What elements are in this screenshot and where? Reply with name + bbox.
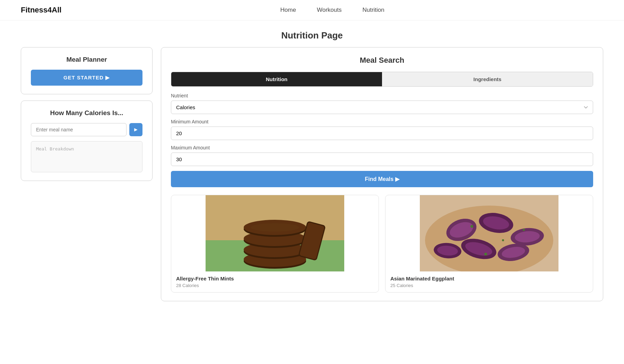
meal-planner-title: Meal Planner — [31, 56, 142, 63]
nutrient-label: Nutrient — [171, 93, 593, 98]
min-amount-label: Minimum Amount — [171, 119, 593, 124]
chocolate-cookies-image — [171, 195, 379, 271]
svg-point-28 — [502, 239, 504, 241]
max-amount-input[interactable] — [171, 153, 593, 166]
main-layout: Meal Planner GET STARTED ▶ How Many Calo… — [0, 47, 624, 315]
tab-nutrition[interactable]: Nutrition — [171, 72, 382, 86]
left-column: Meal Planner GET STARTED ▶ How Many Calo… — [21, 47, 153, 181]
nav-workouts[interactable]: Workouts — [317, 7, 342, 14]
max-amount-label: Maximum Amount — [171, 145, 593, 150]
page-title-wrap: Nutrition Page — [0, 20, 624, 47]
main-nav: Home Workouts Nutrition — [61, 7, 603, 14]
calorie-checker-card: How Many Calories Is... ► Meal Breakdown — [21, 101, 153, 181]
meal-card-1-name: Allergy-Free Thin Mints — [176, 276, 374, 281]
right-column: Meal Search Nutrition Ingredients Nutrie… — [161, 47, 603, 301]
min-amount-input[interactable] — [171, 127, 593, 140]
meal-card-1: Allergy-Free Thin Mints 28 Calories — [171, 195, 379, 293]
meal-card-2-name: Asian Marinated Eggplant — [390, 276, 588, 281]
svg-point-29 — [484, 253, 487, 255]
meal-search-title: Meal Search — [171, 56, 593, 65]
meal-card-2-calories: 25 Calories — [390, 283, 588, 288]
brand-logo: Fitness4All — [21, 6, 61, 15]
nav-home[interactable]: Home — [280, 7, 296, 14]
eggplant-image — [385, 195, 593, 271]
meal-card-1-info: Allergy-Free Thin Mints 28 Calories — [171, 271, 379, 292]
svg-point-27 — [470, 225, 473, 228]
page-title: Nutrition Page — [0, 30, 624, 41]
svg-point-30 — [523, 229, 525, 231]
nav-nutrition[interactable]: Nutrition — [362, 7, 384, 14]
search-tab-toggle: Nutrition Ingredients — [171, 72, 593, 87]
meal-card-2-info: Asian Marinated Eggplant 25 Calories — [385, 271, 593, 292]
meal-search-button[interactable]: ► — [129, 123, 142, 136]
svg-point-12 — [251, 223, 299, 232]
meal-card-1-calories: 28 Calories — [176, 283, 374, 288]
meal-input-row: ► — [31, 123, 142, 136]
meal-card-2: Asian Marinated Eggplant 25 Calories — [385, 195, 593, 293]
meal-results-grid: Allergy-Free Thin Mints 28 Calories — [171, 195, 593, 293]
meal-breakdown-box: Meal Breakdown — [31, 141, 142, 172]
calorie-checker-title: How Many Calories Is... — [31, 109, 142, 117]
nutrient-select[interactable]: Calories Protein Fat Carbohydrates Fiber — [171, 101, 593, 114]
find-meals-button[interactable]: Find Meals ▶ — [171, 171, 593, 187]
meal-name-input[interactable] — [31, 123, 127, 136]
get-started-button[interactable]: GET STARTED ▶ — [31, 70, 142, 86]
tab-ingredients[interactable]: Ingredients — [382, 72, 593, 86]
meal-planner-card: Meal Planner GET STARTED ▶ — [21, 47, 153, 94]
